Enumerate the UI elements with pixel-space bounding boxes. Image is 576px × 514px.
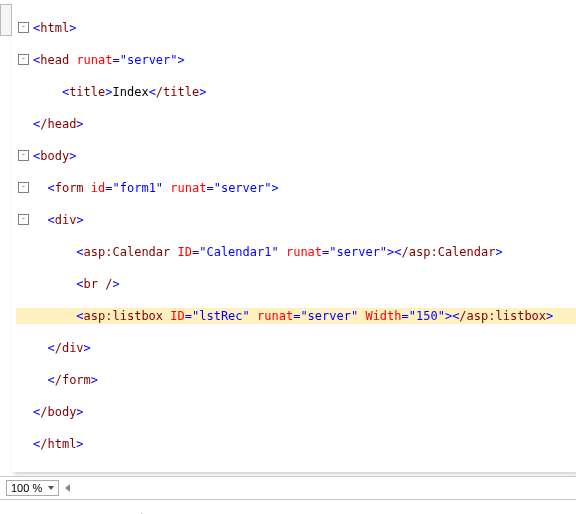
tag-calendar: asp:Calendar — [84, 245, 171, 259]
fold-icon[interactable]: - — [18, 150, 29, 161]
chevron-down-icon — [48, 486, 54, 490]
zoom-select[interactable]: 100 % — [6, 480, 59, 496]
fold-icon[interactable]: - — [18, 54, 29, 65]
tag-br: br / — [84, 277, 113, 291]
tag-form: form — [55, 181, 84, 195]
scroll-left-icon[interactable] — [65, 484, 70, 492]
fold-icon[interactable]: - — [18, 22, 29, 33]
ruler-left — [0, 4, 12, 36]
fold-icon[interactable]: - — [18, 182, 29, 193]
zoom-bar: 100 % — [0, 476, 576, 500]
tag-listbox: asp:listbox — [84, 309, 163, 323]
calendar-control[interactable]: < 2013年1月 > 周日 周一 周二 周三 周四 周五 周六 3031123… — [14, 510, 266, 514]
calendar-next[interactable]: > — [230, 510, 266, 514]
highlighted-line[interactable]: <asp:listbox ID="lstRec" runat="server" … — [16, 308, 576, 324]
code-editor[interactable]: -<html> -<head runat="server"> <title>In… — [12, 0, 576, 472]
zoom-value: 100 % — [11, 482, 42, 494]
tag-title: title — [69, 85, 105, 99]
tag-html: html — [40, 21, 69, 35]
calendar-title: 2013年1月 — [50, 510, 230, 514]
tag-body: body — [40, 149, 69, 163]
tag-div: div — [55, 213, 77, 227]
tag-head: head — [40, 53, 69, 67]
design-surface[interactable]: < 2013年1月 > 周日 周一 周二 周三 周四 周五 周六 3031123… — [0, 500, 576, 514]
fold-icon[interactable]: - — [18, 214, 29, 225]
calendar-prev[interactable]: < — [14, 510, 50, 514]
